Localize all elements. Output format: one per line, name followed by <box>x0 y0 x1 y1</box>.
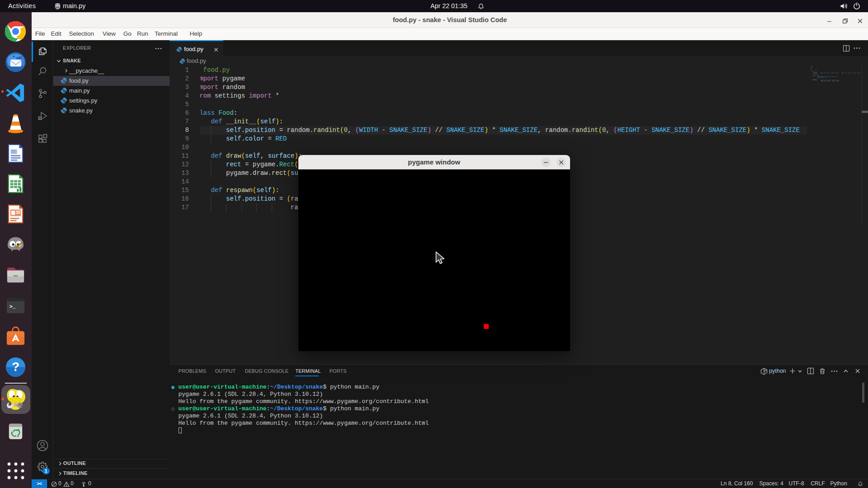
svg-text:?: ? <box>12 360 19 374</box>
svg-text:>_: >_ <box>9 304 16 310</box>
